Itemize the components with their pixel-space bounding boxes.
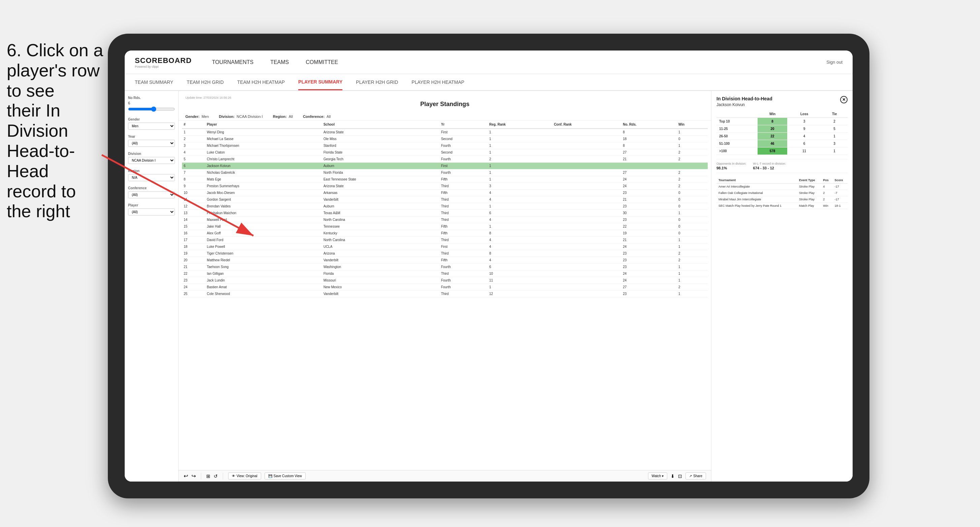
region-select[interactable]: N/A: [128, 174, 175, 181]
cell-win: 1: [677, 129, 708, 136]
cell-rank: 19: [182, 250, 205, 257]
division-select[interactable]: NCAA Division I: [128, 157, 175, 164]
cell-yr: Third: [439, 203, 488, 210]
sign-out-link[interactable]: Sign out: [826, 60, 843, 65]
cell-reg-rank: 2: [488, 156, 552, 163]
filter-region: Region: All: [273, 114, 293, 119]
nav-committee[interactable]: COMMITTEE: [305, 57, 338, 67]
cell-school: Auburn: [322, 203, 439, 210]
sub-nav-team-h2h-heatmap[interactable]: TEAM H2H HEATMAP: [237, 74, 285, 90]
table-row[interactable]: 17 David Ford North Carolina Third 4 21 …: [182, 237, 708, 243]
nav-bar: SCOREBOARD Powered by clippi TOURNAMENTS…: [125, 51, 853, 74]
h2h-close-btn[interactable]: ✕: [840, 96, 848, 103]
player-select[interactable]: (All): [128, 208, 175, 216]
cell-no-rds: 21: [621, 196, 677, 203]
tournament-header-row: Tournament Event Type Pos Score: [716, 177, 848, 184]
cell-no-rds: 19: [621, 230, 677, 237]
col-no-rds: No. Rds.: [621, 121, 677, 129]
table-row[interactable]: 20 Matthew Riedel Vanderbilt Fifth 4 23 …: [182, 257, 708, 264]
tablet-screen: SCOREBOARD Powered by clippi TOURNAMENTS…: [125, 51, 853, 481]
cell-player: Michael Thorbjornsen: [205, 143, 322, 149]
cell-school: Arizona State: [322, 183, 439, 190]
refresh-icon[interactable]: ↺: [214, 473, 218, 479]
nav-items: TOURNAMENTS TEAMS COMMITTEE: [212, 57, 826, 67]
table-row[interactable]: 11 Gordon Sargent Vanderbilt Third 4 21 …: [182, 196, 708, 203]
region-section: Region N/A: [128, 169, 175, 181]
cell-reg-rank: 1: [488, 223, 552, 230]
cell-player: Gordon Sargent: [205, 196, 322, 203]
table-row[interactable]: 18 Luke Powell UCLA First 4 24 1: [182, 243, 708, 250]
toolbar-icon-2[interactable]: ⊡: [678, 473, 682, 479]
table-row[interactable]: 10 Jacob Moc-Diesen Arkansas Fifth 4 23 …: [182, 190, 708, 196]
cell-yr: First: [439, 129, 488, 136]
tournament-name: Amer Ari Intercollegiate: [716, 184, 797, 190]
cell-yr: Third: [439, 270, 488, 277]
sub-nav-player-h2h-grid[interactable]: PLAYER H2H GRID: [356, 74, 398, 90]
table-row[interactable]: 6 Jackson Koivun Auburn First 1: [182, 163, 708, 169]
table-row[interactable]: 16 Alex Goff Kentucky Fifth 8 19 0: [182, 230, 708, 237]
cell-player: Wenyi Ding: [205, 129, 322, 136]
cell-no-rds: 23: [621, 264, 677, 270]
gender-section: Gender Men: [128, 117, 175, 130]
table-row[interactable]: 5 Christo Lamprecht Georgia Tech Fourth …: [182, 156, 708, 163]
cell-school: North Carolina: [322, 237, 439, 243]
center-panel: Update time: 27/03/2024 16:56:26 Player …: [178, 91, 711, 481]
table-row[interactable]: 19 Tiger Christensen Arizona Third 8 23 …: [182, 250, 708, 257]
h2h-col-loss: Loss: [787, 110, 821, 118]
table-row[interactable]: 23 Jack Lundin Missouri Fourth 11 24 1: [182, 277, 708, 284]
toolbar-icon-1[interactable]: ⬇: [671, 473, 675, 479]
cell-conf-rank: [552, 257, 621, 264]
filter-region-label: Region:: [273, 114, 287, 119]
table-row[interactable]: 2 Michael La Sasse Ole Miss Second 1 18 …: [182, 136, 708, 143]
cell-reg-rank: 1: [488, 143, 552, 149]
tablet-frame: SCOREBOARD Powered by clippi TOURNAMENTS…: [108, 34, 869, 498]
tournament-name: SEC Match Play hosted by Jerry Pate Roun…: [716, 203, 797, 209]
table-row[interactable]: 13 Phichakun Maichon Texas A&M Third 6 3…: [182, 210, 708, 216]
cell-win: 0: [677, 136, 708, 143]
cell-rank: 12: [182, 203, 205, 210]
tournament-score: -17: [833, 196, 848, 203]
cell-player: Taehoon Song: [205, 264, 322, 270]
player-label: Player: [128, 203, 175, 207]
watch-btn[interactable]: Watch ▾: [648, 473, 668, 479]
filter-icon[interactable]: ⊞: [206, 473, 210, 479]
table-row[interactable]: 12 Brendan Valdes Auburn Third 1 23 0: [182, 203, 708, 210]
redo-btn[interactable]: ↪: [191, 473, 196, 479]
no-rds-slider[interactable]: [128, 106, 175, 112]
nav-teams[interactable]: TEAMS: [270, 57, 289, 67]
table-row[interactable]: 22 Ian Gilligan Florida Third 10 24 1: [182, 270, 708, 277]
year-select[interactable]: (All): [128, 140, 175, 147]
cell-school: Stanford: [322, 143, 439, 149]
cell-win: 1: [677, 277, 708, 284]
conference-select[interactable]: (All): [128, 191, 175, 198]
undo-btn[interactable]: ↩: [184, 473, 188, 479]
sub-nav-team-h2h-grid[interactable]: TEAM H2H GRID: [187, 74, 224, 90]
gender-select[interactable]: Men: [128, 122, 175, 130]
sub-nav-player-summary[interactable]: PLAYER SUMMARY: [298, 74, 342, 90]
view-original-btn[interactable]: 👁 View: Original: [228, 473, 261, 479]
table-row[interactable]: 1 Wenyi Ding Arizona State First 1 8 1: [182, 129, 708, 136]
table-row[interactable]: 15 Jake Hall Tennessee Fifth 1 22 0: [182, 223, 708, 230]
h2h-table-row: >100 578 11 1: [716, 148, 848, 155]
nav-tournaments[interactable]: TOURNAMENTS: [212, 57, 253, 67]
cell-win: 2: [677, 183, 708, 190]
table-row[interactable]: 21 Taehoon Song Washington Fourth 6 23 1: [182, 264, 708, 270]
cell-player: Jake Hall: [205, 223, 322, 230]
table-row[interactable]: 4 Luke Claton Florida State Second 1 27 …: [182, 149, 708, 156]
share-btn[interactable]: ↗ Share: [686, 473, 706, 479]
table-row[interactable]: 8 Mats Ege East Tennessee State Fifth 1 …: [182, 176, 708, 183]
table-row[interactable]: 9 Preston Summerhays Arizona State Third…: [182, 183, 708, 190]
table-row[interactable]: 3 Michael Thorbjornsen Stanford Fourth 1…: [182, 143, 708, 149]
h2h-stats: Opponents in division: 98.1% W-L-T recor…: [716, 159, 848, 173]
sub-nav-player-h2h-heatmap[interactable]: PLAYER H2H HEATMAP: [412, 74, 465, 90]
table-row[interactable]: 7 Nicholas Gabrelcik North Florida Fourt…: [182, 169, 708, 176]
cell-win: 2: [677, 257, 708, 264]
cell-win: 0: [677, 190, 708, 196]
table-row[interactable]: 25 Cole Sherwood Vanderbilt Third 12 23 …: [182, 290, 708, 297]
table-row[interactable]: 24 Bastien Amat New Mexico Fourth 1 27 2: [182, 284, 708, 290]
table-row[interactable]: 14 Maxwell Ford North Carolina Third 4 2…: [182, 216, 708, 223]
save-custom-btn[interactable]: 💾 Save Custom View: [264, 473, 305, 479]
sub-nav-team-summary[interactable]: TEAM SUMMARY: [135, 74, 173, 90]
cell-conf-rank: [552, 129, 621, 136]
cell-school: Ole Miss: [322, 136, 439, 143]
